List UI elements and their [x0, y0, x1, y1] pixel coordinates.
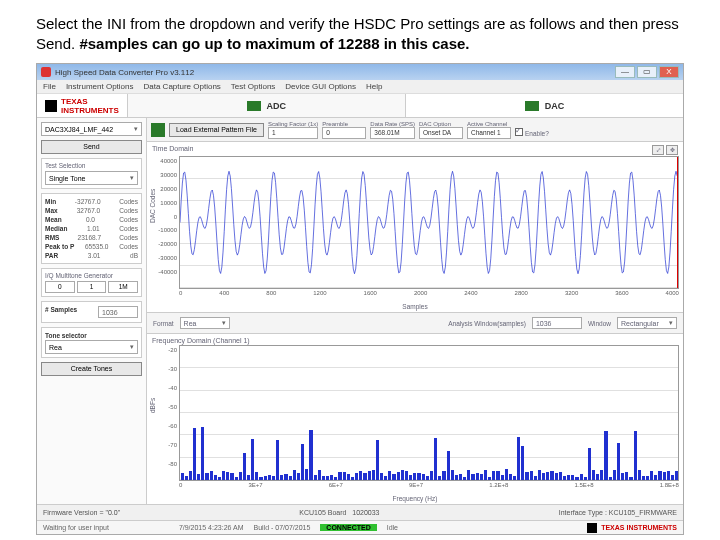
freq-chart-yaxis: dBFs -20-30-40-50-60-70-80 — [151, 345, 179, 481]
tonegen-field-b[interactable]: 1 — [77, 281, 107, 293]
chevron-down-icon — [130, 343, 134, 351]
chevron-down-icon — [669, 319, 673, 327]
chevron-down-icon — [134, 125, 138, 133]
menu-file[interactable]: File — [43, 82, 56, 91]
connection-status-badge: CONNECTED — [320, 524, 376, 531]
data-rate-input[interactable]: 368.01M — [370, 127, 415, 139]
instruction-text: Select the INI from the dropdown and ver… — [0, 0, 720, 59]
close-button[interactable]: X — [659, 66, 679, 78]
frequency-domain-chart[interactable] — [179, 345, 679, 481]
preamble-input[interactable]: 0 — [322, 127, 366, 139]
dac-option-dropdown[interactable]: Onset DA — [419, 127, 463, 139]
window-type-dropdown[interactable]: Rectangular — [617, 317, 677, 329]
ti-footer-brand: TEXAS INSTRUMENTS — [587, 523, 677, 533]
tone-selector-dropdown[interactable]: Rea — [45, 340, 138, 354]
ti-brand: TEXASINSTRUMENTS — [37, 97, 127, 115]
freq-chart-title: Frequency Domain (Channel 1) — [152, 337, 250, 344]
enable-checkbox[interactable] — [515, 128, 523, 136]
scaling-factor-input[interactable]: 1 — [268, 127, 318, 139]
format-dropdown[interactable]: Rea — [180, 317, 230, 329]
window-title: High Speed Data Converter Pro v3.112 — [55, 68, 194, 77]
menu-instrument-options[interactable]: Instrument Options — [66, 82, 134, 91]
freq-chart-xaxis: 03E+76E+79E+71.2E+81.5E+81.8E+8 — [179, 482, 679, 495]
tone-selector-label: Tone selector — [45, 332, 87, 339]
nsamples-input[interactable]: 1036 — [98, 306, 138, 318]
titlebar: High Speed Data Converter Pro v3.112 — ▭… — [37, 64, 683, 80]
multitone-gen-label: I/Q Multitone Generator — [45, 272, 138, 279]
chart-tool-zoom-icon[interactable]: ⤢ — [652, 145, 664, 155]
mid-control-row: Format Rea Analysis Window(samples) 1036… — [147, 312, 683, 334]
nsamples-label: # Samples — [45, 306, 77, 318]
dac-option-row: Load External Pattern File Scaling Facto… — [147, 118, 683, 142]
send-button[interactable]: Send — [41, 140, 142, 154]
menu-data-capture-options[interactable]: Data Capture Options — [143, 82, 220, 91]
time-chart-title: Time Domain — [152, 145, 193, 155]
time-chart-xaxis: 040080012001600200024002800320036004000 — [179, 290, 679, 303]
time-chart-xlabel: Samples — [151, 303, 679, 310]
dac-chip-icon — [525, 101, 539, 111]
test-selection-dropdown[interactable]: Single Tone — [45, 171, 138, 185]
sidebar: DAC3XJ84_LMF_442 Send Test Selection Sin… — [37, 118, 147, 504]
time-domain-chart[interactable] — [179, 156, 679, 289]
chevron-down-icon — [222, 319, 226, 327]
chart-tool-pan-icon[interactable]: ✥ — [666, 145, 678, 155]
analysis-window-input[interactable]: 1036 — [532, 317, 582, 329]
menubar: File Instrument Options Data Capture Opt… — [37, 80, 683, 94]
toolbar: TEXASINSTRUMENTS ADC DAC — [37, 94, 683, 118]
test-selection-label: Test Selection — [45, 162, 138, 169]
maximize-button[interactable]: ▭ — [637, 66, 657, 78]
tab-adc[interactable]: ADC — [127, 94, 405, 117]
status-bar-2: Waiting for user input 7/9/2015 4:23:26 … — [37, 520, 683, 534]
status-bar-1: Firmware Version = "0.0" KCU105 Board 10… — [37, 504, 683, 520]
create-tones-button[interactable]: Create Tones — [41, 362, 142, 376]
menu-device-gui-options[interactable]: Device GUI Options — [285, 82, 356, 91]
load-pattern-button[interactable]: Load External Pattern File — [169, 123, 264, 137]
tab-dac[interactable]: DAC — [405, 94, 683, 117]
adc-chip-icon — [247, 101, 261, 111]
minimize-button[interactable]: — — [615, 66, 635, 78]
app-window: High Speed Data Converter Pro v3.112 — ▭… — [36, 63, 684, 535]
pattern-icon — [151, 123, 165, 137]
tonegen-field-a[interactable]: 0 — [45, 281, 75, 293]
ini-dropdown[interactable]: DAC3XJ84_LMF_442 — [41, 122, 142, 136]
ti-logo-icon — [45, 100, 57, 112]
tonegen-field-c[interactable]: 1M — [108, 281, 138, 293]
stats-panel: Min-32767.0Codes Max32767.0Codes Mean0.0… — [41, 193, 142, 264]
freq-chart-xlabel: Frequency (Hz) — [151, 495, 679, 502]
active-channel-dropdown[interactable]: Channel 1 — [467, 127, 511, 139]
menu-test-options[interactable]: Test Options — [231, 82, 275, 91]
chevron-down-icon — [130, 174, 134, 182]
menu-help[interactable]: Help — [366, 82, 382, 91]
ti-logo-icon — [587, 523, 597, 533]
app-icon — [41, 67, 51, 77]
time-chart-yaxis: DAC Codes 400003000020000100000-10000-20… — [151, 156, 179, 289]
